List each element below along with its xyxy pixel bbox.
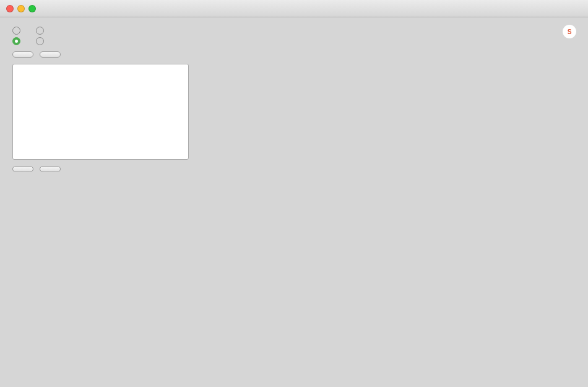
grid-canvas[interactable] (201, 17, 588, 387)
radio-block-circle (12, 37, 20, 45)
clear-button[interactable] (40, 51, 61, 58)
maximize-button[interactable] (28, 5, 36, 12)
radio-empty-circle (36, 37, 44, 45)
radio-empty[interactable] (36, 37, 47, 45)
radio-group (12, 27, 189, 45)
save-map-button[interactable] (12, 166, 33, 172)
sharecode-logo-icon: S (563, 25, 576, 38)
radio-start[interactable] (12, 27, 24, 35)
minimize-button[interactable] (17, 5, 25, 12)
log-area (12, 64, 189, 160)
title-bar (0, 0, 588, 17)
radio-row-1 (12, 27, 189, 35)
radio-end[interactable] (36, 27, 47, 35)
radio-end-circle (36, 27, 44, 35)
close-button[interactable] (6, 5, 14, 12)
radio-start-circle (12, 27, 20, 35)
top-right-watermark: S (563, 25, 579, 38)
left-panel (0, 17, 201, 387)
map-buttons (12, 166, 189, 172)
window-controls (6, 5, 36, 12)
radio-block[interactable] (12, 37, 24, 45)
action-buttons (12, 51, 189, 58)
right-panel[interactable]: S (201, 17, 588, 387)
radio-row-2 (12, 37, 189, 45)
load-map-button[interactable] (40, 166, 61, 172)
start-button[interactable] (12, 51, 33, 58)
main-content: S (0, 17, 588, 387)
